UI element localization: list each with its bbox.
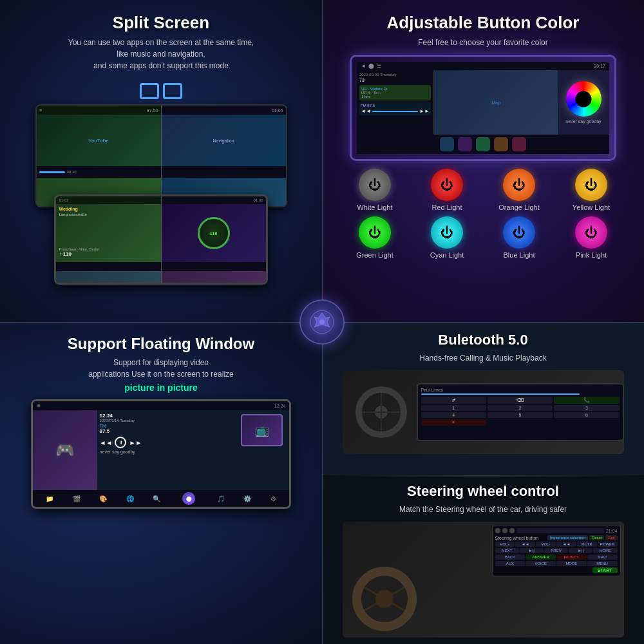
split-rect-right [163,83,182,99]
floating-highlight-text: picture in picture [124,383,198,393]
app-icon[interactable] [494,137,508,151]
white-light-icon: ⏻ [359,169,391,201]
yellow-light-btn[interactable]: ⏻ Yellow Light [558,169,625,211]
orange-light-btn[interactable]: ⏻ Orange Light [486,169,553,211]
button-color-section: Adjustable Button Color Feel free to cho… [322,0,644,322]
bluetooth-title: Buletooth 5.0 [438,332,527,348]
bluetooth-section: Buletooth 5.0 Hands-free Calling & Music… [322,322,644,475]
front-screen-right: 01:02 110 [162,196,266,283]
device-back-mockup: 87.50 YouTube 99.30 01:05 Navigation [35,104,287,207]
red-light-label: Red Light [431,204,462,211]
white-light-btn[interactable]: ⏻ White Light [341,169,408,211]
steering-wheel-image [355,386,407,438]
red-light-icon: ⏻ [431,169,463,201]
floating-window-title: Support Floating Window [68,335,254,353]
center-logo [299,299,345,345]
blue-light-label: Blue Light [504,251,535,259]
steering-subtitle: Match the Steering wheel of the car, dri… [399,504,567,515]
blue-light-btn[interactable]: ⏻ Blue Light [486,216,553,259]
pip-window: 📺 [241,414,283,446]
bt-screen-mini: Paul Limes # ⌫ 📞 1 2 3 4 5 6 ✕ [417,383,624,441]
home-btn[interactable]: ⬤ [182,492,195,505]
floating-window-section: Support Floating Window Support for disp… [0,322,322,644]
screen-right: 01:05 Navigation [162,106,286,206]
steering-title: Steering wheel control [407,483,559,500]
app-icon[interactable] [476,137,490,151]
yellow-light-icon: ⏻ [575,169,607,201]
split-screen-section: Split Screen You can use two apps on the… [0,0,322,322]
floating-window-device: ⊞ 12:24 🎮 12:24 2023/03/14 Tuesday FM 87… [31,399,292,509]
white-light-label: White Light [357,204,392,211]
steering-wheel-car [352,567,417,631]
green-light-label: Green Light [356,251,393,259]
screen-left: 87.50 YouTube 99.30 [37,106,162,206]
button-color-subtitle: Feel free to choose your favorite color [418,37,547,48]
device-front-mockup: 01:02 Wedding Langhansstraße Prenzlauer … [54,194,267,285]
pink-light-btn[interactable]: ⏻ Pink Light [558,216,625,259]
app-icon[interactable] [440,137,454,151]
bluetooth-car-image: Paul Limes # ⌫ 📞 1 2 3 4 5 6 ✕ [343,370,624,454]
logo-icon [309,309,335,335]
green-light-btn[interactable]: ⏻ Green Light [341,216,408,259]
color-device-display: ◄ ⬤ ☰ 20:17 2022-03-09 Thursday 73 HR - … [350,55,616,161]
split-screen-title: Split Screen [113,13,209,33]
split-icon-container [140,83,182,99]
bluetooth-subtitle: Hands-free Calling & Music Playback [419,352,546,364]
pink-light-icon: ⏻ [575,216,607,249]
app-icons-row [357,135,609,154]
app-icon[interactable] [512,137,526,151]
svg-point-2 [319,319,325,325]
light-buttons-grid: ⏻ White Light ⏻ Red Light ⏻ Orange Light… [335,169,631,259]
steering-control-interface: 21:04 Steering wheel button Impedance se… [492,525,621,576]
app-icon[interactable] [458,137,472,151]
orange-light-icon: ⏻ [503,169,535,201]
orange-light-label: Orange Light [498,204,540,211]
split-rect-left [140,83,159,99]
cyan-light-icon: ⏻ [431,216,463,249]
button-color-title: Adjustable Button Color [387,13,580,33]
cyan-light-btn[interactable]: ⏻ Cyan Light [413,216,480,259]
cyan-light-label: Cyan Light [430,251,464,259]
green-light-icon: ⏻ [359,216,391,249]
floating-window-subtitle: Support for displaying videoapplications… [88,357,233,380]
blue-light-icon: ⏻ [503,216,535,249]
pink-light-label: Pink Light [576,251,607,259]
main-grid: Split Screen You can use two apps on the… [0,0,644,644]
bluetooth-steering-section: Buletooth 5.0 Hands-free Calling & Music… [322,322,644,644]
front-screen-left: 01:02 Wedding Langhansstraße Prenzlauer … [56,196,161,283]
steering-section: Steering wheel control Match the Steerin… [322,477,644,644]
red-light-btn[interactable]: ⏻ Red Light [413,169,480,211]
split-screen-subtitle: You can use two apps on the screen at th… [68,37,254,71]
yellow-light-label: Yellow Light [573,204,610,211]
color-wheel[interactable] [566,81,601,117]
steering-car-image: 21:04 Steering wheel button Impedance se… [343,522,624,638]
